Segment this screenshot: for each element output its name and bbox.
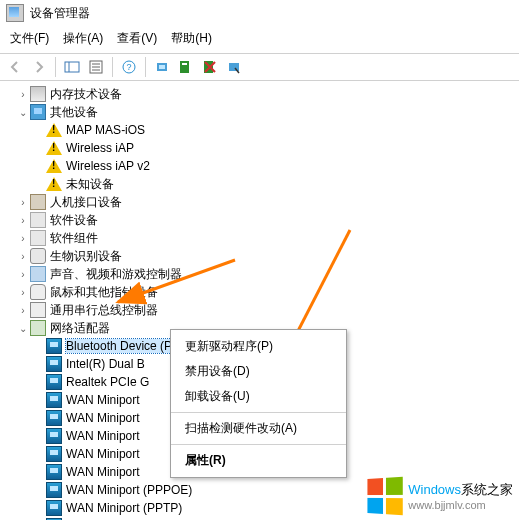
context-properties[interactable]: 属性(R) [171,448,346,473]
context-update-driver[interactable]: 更新驱动程序(P) [171,334,346,359]
context-disable-device[interactable]: 禁用设备(D) [171,359,346,384]
watermark: Windows系统之家 www.bjjmlv.com [366,478,513,514]
context-uninstall-device[interactable]: 卸载设备(U) [171,384,346,409]
context-scan-hardware[interactable]: 扫描检测硬件改动(A) [171,416,346,441]
watermark-brand: Windows系统之家 [408,481,513,499]
context-menu-separator [171,444,346,445]
context-menu-separator [171,412,346,413]
watermark-url: www.bjjmlv.com [408,499,513,511]
windows-logo-icon [368,477,403,515]
svg-line-14 [118,260,235,302]
context-menu: 更新驱动程序(P) 禁用设备(D) 卸载设备(U) 扫描检测硬件改动(A) 属性… [170,329,347,478]
